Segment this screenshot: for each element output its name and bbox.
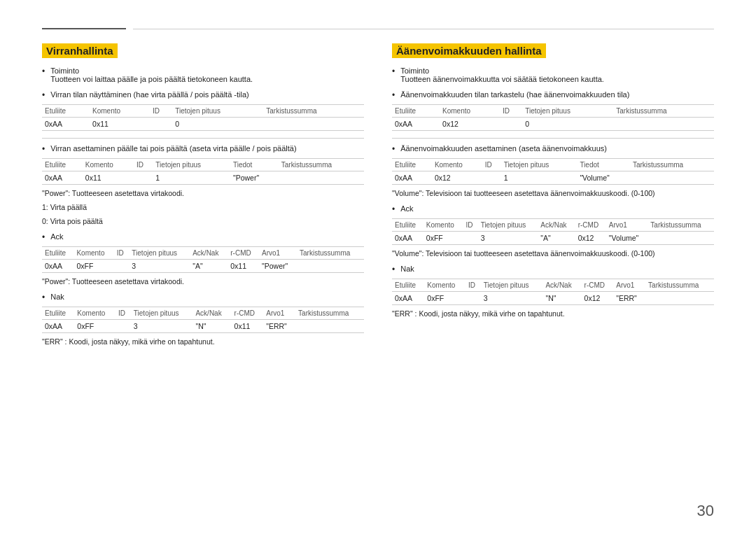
left-toiminto-label: Toiminto Tuotteen voi laittaa päälle ja …	[50, 66, 253, 83]
page: Virranhallinta Toiminto Tuotteen voi lai…	[0, 0, 756, 395]
right-ack: Ack Etuliite Komento ID Tietojen pituus …	[392, 204, 714, 258]
right-bullet-ack: Ack	[392, 204, 714, 214]
note-1virta: 1: Virta päällä	[42, 203, 364, 211]
header-line-accent	[42, 28, 126, 29]
table-row: 0xAA 0xFF 3 "A" 0x11 "Power"	[42, 260, 364, 273]
right-column: Äänenvoimakkuuden hallinta Toiminto Tuot…	[392, 43, 714, 353]
main-content: Virranhallinta Toiminto Tuotteen voi lai…	[42, 43, 714, 353]
table-row: 0xAA 0x11 0	[42, 118, 364, 131]
left-table-nak: Etuliite Komento ID Tietojen pituus Ack/…	[42, 307, 364, 333]
left-bullet-virranasettaminen: Virran asettaminen päälle tai pois päält…	[42, 144, 364, 154]
table-row: 0xAA 0xFF 3 "N" 0x11 "ERR"	[42, 320, 364, 333]
right-toiminto-label: Toiminto Tuotteen äänenvoimakkuutta voi …	[400, 66, 604, 83]
right-toiminto: Toiminto Tuotteen äänenvoimakkuutta voi …	[392, 66, 714, 83]
left-bullet-virrantila: Virran tilan näyttäminen (hae virta pääl…	[42, 90, 364, 100]
left-bullet-toiminto: Toiminto Tuotteen voi laittaa päälle ja …	[42, 66, 364, 83]
table-row: 0xAA 0xFF 3 "N" 0x12 "ERR"	[392, 292, 714, 305]
left-nak: Nak Etuliite Komento ID Tietojen pituus …	[42, 293, 364, 346]
left-bullet-ack: Ack	[42, 232, 364, 242]
right-bullet-nak: Nak	[392, 265, 714, 274]
right-bullet-aanenasettaminen: Äänenvoimakkuuden asettaminen (aseta ään…	[392, 144, 714, 154]
left-virran-asettaminen: Virran asettaminen päälle tai pois päält…	[42, 144, 364, 225]
note-power1: "Power": Tuotteeseen asetettava virtakoo…	[42, 189, 364, 197]
left-bullet-nak: Nak	[42, 293, 364, 302]
right-aanentila: Äänenvoimakkuuden tilan tarkastelu (hae …	[392, 90, 714, 131]
note-ack-volume: "Volume": Televisioon tai tuotteeseen as…	[392, 249, 714, 258]
table-row: 0xAA 0x12 1 "Volume"	[392, 171, 714, 185]
divider2	[392, 138, 714, 139]
left-title: Virranhallinta	[42, 43, 118, 58]
note-0virta: 0: Virta pois päältä	[42, 217, 364, 225]
right-bullet-aanentila: Äänenvoimakkuuden tilan tarkastelu (hae …	[392, 90, 714, 100]
right-title: Äänenvoimakkuuden hallinta	[392, 43, 546, 58]
right-table-aanenasettaminen: Etuliite Komento ID Tietojen pituus Tied…	[392, 158, 714, 185]
right-nak: Nak Etuliite Komento ID Tietojen pituus …	[392, 265, 714, 318]
table-row: 0xAA 0x12 0	[392, 118, 714, 131]
table-row: 0xAA 0xFF 3 "A" 0x12 "Volume"	[392, 232, 714, 245]
note-nak-err: "ERR" : Koodi, josta näkyy, mikä virhe o…	[42, 337, 364, 346]
left-column: Virranhallinta Toiminto Tuotteen voi lai…	[42, 43, 364, 353]
left-table-asettaminen: Etuliite Komento ID Tietojen pituus Tied…	[42, 158, 364, 185]
right-table-nak: Etuliite Komento ID Tietojen pituus Ack/…	[392, 279, 714, 305]
left-table-virrantila: Etuliite Komento ID Tietojen pituus Tark…	[42, 104, 364, 131]
note-nak-err2: "ERR" : Koodi, josta näkyy, mikä virhe o…	[392, 309, 714, 318]
table-row: 0xAA 0x11 1 "Power"	[42, 171, 364, 185]
left-table-ack: Etuliite Komento ID Tietojen pituus Ack/…	[42, 246, 364, 273]
right-table-aanentila: Etuliite Komento ID Tietojen pituus Tark…	[392, 104, 714, 131]
left-virran-tila: Virran tilan näyttäminen (hae virta pääl…	[42, 90, 364, 131]
divider1	[42, 138, 364, 139]
page-number: 30	[697, 502, 714, 520]
note-volume1: "Volume": Televisioon tai tuotteeseen as…	[392, 189, 714, 197]
header-rule	[42, 28, 714, 29]
left-ack: Ack Etuliite Komento ID Tietojen pituus …	[42, 232, 364, 286]
right-bullet-toiminto: Toiminto Tuotteen äänenvoimakkuutta voi …	[392, 66, 714, 83]
left-toiminto: Toiminto Tuotteen voi laittaa päälle ja …	[42, 66, 364, 83]
header-line-full	[133, 29, 714, 29]
right-aaenasettaminen: Äänenvoimakkuuden asettaminen (aseta ään…	[392, 144, 714, 197]
note-ack-power: "Power": Tuotteeseen asetettava virtakoo…	[42, 277, 364, 286]
right-table-ack: Etuliite Komento ID Tietojen pituus Ack/…	[392, 218, 714, 245]
